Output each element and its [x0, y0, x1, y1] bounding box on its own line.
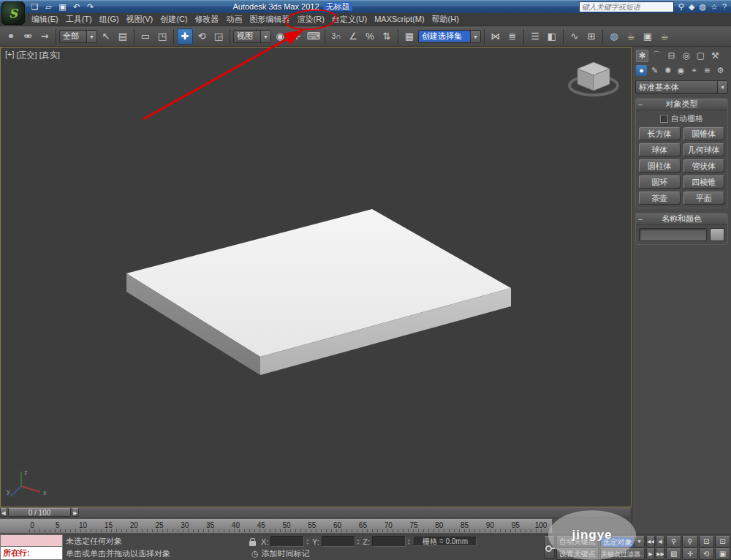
selection-filter-dropdown[interactable]: 全部▾: [59, 30, 97, 43]
motion-tab-icon[interactable]: ◎: [680, 50, 692, 62]
rendered-frame-window-icon[interactable]: ▣: [640, 29, 656, 45]
coordinate-field-0[interactable]: [270, 536, 304, 547]
selection-lock-toggle[interactable]: [247, 537, 259, 547]
plane-button[interactable]: 平面: [683, 192, 725, 205]
view-cube[interactable]: [567, 58, 621, 103]
viewport-canvas[interactable]: [1, 48, 631, 507]
select-and-link-icon[interactable]: ⚭: [3, 29, 19, 45]
spinner-down-icon[interactable]: ▾: [357, 542, 360, 545]
viewport-shading-menu[interactable]: [真实]: [39, 50, 60, 61]
select-by-name-icon[interactable]: ▤: [115, 29, 131, 45]
teapot-button[interactable]: 茶壶: [639, 192, 681, 205]
orbit-icon[interactable]: ⟲: [699, 548, 714, 560]
primitive-category-dropdown[interactable]: 标准基本体 ▾: [635, 80, 728, 94]
go-to-end-icon[interactable]: ▶▶: [656, 548, 664, 560]
select-and-move-icon[interactable]: ✚: [177, 29, 193, 45]
menu-item-tools[interactable]: 工具(T): [62, 13, 96, 26]
menu-item-graph-editors[interactable]: 图形编辑器: [246, 13, 294, 26]
rectangular-selection-region-icon[interactable]: ▭: [137, 29, 154, 45]
geosphere-button[interactable]: 几何球体: [683, 143, 725, 156]
render-setup-icon[interactable]: ☕: [623, 29, 639, 45]
sphere-button[interactable]: 球体: [639, 143, 681, 156]
lights-category-icon[interactable]: ✺: [662, 65, 673, 76]
display-tab-icon[interactable]: ▢: [694, 50, 707, 62]
mirror-icon[interactable]: ⋈: [488, 29, 504, 45]
zoom-extents-all-icon[interactable]: ⊡: [715, 536, 730, 548]
keyboard-shortcut-override-icon[interactable]: ⌨: [306, 29, 322, 45]
named-selection-sets-dropdown[interactable]: 创建选择集▾: [418, 30, 481, 43]
cylinder-button[interactable]: 圆柱体: [639, 159, 681, 173]
bind-to-space-warp-icon[interactable]: ⇝: [37, 29, 53, 45]
utilities-tab-icon[interactable]: ⚒: [709, 50, 721, 62]
maximize-viewport-toggle-icon[interactable]: ▣: [715, 548, 730, 560]
curve-editor-icon[interactable]: ∿: [567, 29, 583, 45]
reference-coordinate-system-dropdown[interactable]: 视图▾: [233, 30, 271, 43]
spinner-down-icon[interactable]: ▾: [408, 542, 410, 545]
chevron-down-icon[interactable]: ▾: [634, 537, 644, 547]
shapes-category-icon[interactable]: ✎: [649, 65, 660, 76]
select-and-rotate-icon[interactable]: ⟲: [194, 29, 210, 45]
spinner-icon[interactable]: ▴▾: [357, 538, 360, 545]
systems-category-icon[interactable]: ⚙: [715, 65, 726, 76]
subscription-icon[interactable]: ◆: [689, 2, 694, 12]
render-production-icon[interactable]: ☕: [656, 29, 673, 45]
go-to-start-icon[interactable]: ◀◀: [646, 536, 655, 548]
animation-selection-set-dropdown[interactable]: 选定对象 ▾: [600, 536, 645, 548]
set-keys-button[interactable]: [544, 536, 555, 559]
layer-manager-icon[interactable]: ☰: [527, 29, 543, 45]
spinner-snap-icon[interactable]: ⇅: [379, 29, 395, 45]
communication-center-icon[interactable]: ◍: [699, 2, 706, 12]
key-filters-button[interactable]: 关键点过滤器...: [600, 548, 645, 560]
time-slider-next-button[interactable]: ▶: [72, 508, 79, 517]
hierarchy-tab-icon[interactable]: ⊟: [665, 50, 678, 62]
zoom-icon[interactable]: ⚲: [666, 536, 681, 548]
time-slider-handle[interactable]: 0 / 100: [8, 508, 71, 517]
menu-item-edit[interactable]: 编辑(E): [28, 13, 62, 26]
spinner-icon[interactable]: ▴▾: [408, 538, 410, 545]
menu-item-maxscript[interactable]: MAXScript(M): [371, 13, 428, 26]
maxscript-macro-recorder[interactable]: [0, 534, 63, 547]
schematic-view-icon[interactable]: ⊞: [583, 29, 599, 45]
menu-item-modifiers[interactable]: 修改器: [192, 13, 223, 26]
application-button[interactable]: S: [1, 1, 25, 25]
align-icon[interactable]: ≣: [504, 29, 520, 45]
help-icon[interactable]: ?: [722, 2, 727, 12]
menu-item-customize[interactable]: 自定义(U): [328, 13, 371, 26]
unlink-selection-icon[interactable]: ⚮: [20, 29, 36, 45]
viewport[interactable]: [+] [正交] [真实] x z y: [0, 47, 632, 507]
geometry-category-icon[interactable]: ●: [636, 65, 647, 76]
auto-key-button[interactable]: 自动关键点: [556, 536, 599, 548]
viewport-pov-menu[interactable]: [正交]: [17, 50, 37, 61]
chevron-down-icon[interactable]: ▾: [260, 31, 270, 42]
angle-snap-icon[interactable]: ∠: [345, 29, 361, 45]
space-warps-category-icon[interactable]: ≋: [702, 65, 713, 76]
graphite-modeling-tools-icon[interactable]: ◧: [544, 29, 560, 45]
pyramid-button[interactable]: 四棱锥: [683, 175, 725, 189]
chevron-down-icon[interactable]: ▾: [86, 31, 96, 42]
cone-button[interactable]: 圆锥体: [683, 127, 725, 140]
select-and-scale-icon[interactable]: ◲: [211, 29, 227, 45]
favorites-icon[interactable]: ☆: [711, 2, 718, 12]
use-pivot-point-center-icon[interactable]: ◉: [272, 29, 288, 45]
play-animation-icon[interactable]: ▶: [646, 548, 655, 560]
helpers-category-icon[interactable]: ⌖: [689, 65, 700, 76]
tube-button[interactable]: 管状体: [683, 159, 725, 173]
zoom-region-icon[interactable]: ▧: [666, 548, 681, 560]
menu-item-rendering[interactable]: 渲染(R): [294, 13, 328, 26]
select-object-icon[interactable]: ↖: [98, 29, 114, 45]
spinner-icon[interactable]: ▴▾: [306, 538, 308, 545]
object-type-rollout-header[interactable]: − 对象类型: [636, 99, 727, 110]
chevron-down-icon[interactable]: ▾: [717, 81, 727, 93]
set-key-mode-button[interactable]: 设置关键点: [556, 548, 599, 560]
menu-item-views[interactable]: 视图(V): [123, 13, 157, 26]
window-crossing-icon[interactable]: ◳: [154, 29, 170, 45]
autogrid-checkbox[interactable]: [660, 115, 668, 123]
coordinate-field-1[interactable]: [322, 536, 355, 547]
menu-item-create[interactable]: 创建(C): [156, 13, 191, 26]
previous-frame-icon[interactable]: ◀: [656, 536, 664, 548]
box-object-top-face[interactable]: [126, 209, 511, 357]
menu-item-help[interactable]: 帮助(H): [428, 13, 463, 26]
menu-item-group[interactable]: 组(G): [96, 13, 123, 26]
modify-tab-icon[interactable]: ⌒: [651, 50, 663, 62]
zoom-all-icon[interactable]: ⚲: [682, 536, 697, 548]
